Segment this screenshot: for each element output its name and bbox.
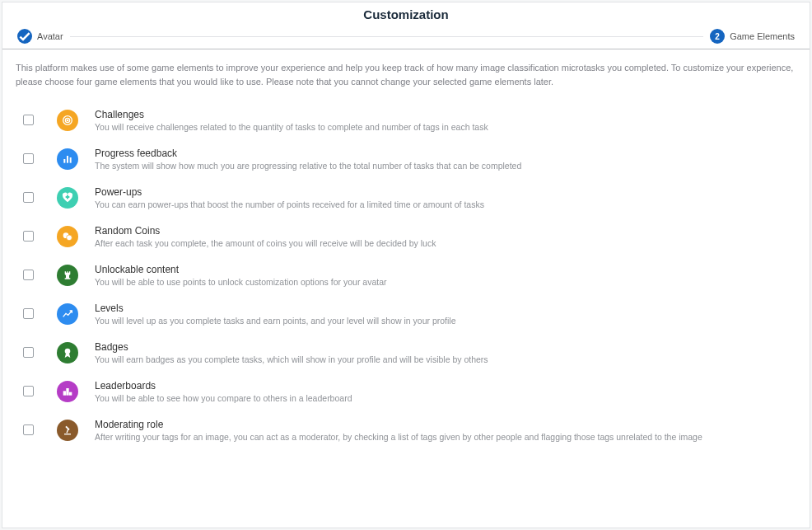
- svg-rect-5: [70, 157, 72, 163]
- checkbox-leaderboards[interactable]: [23, 386, 34, 396]
- item-unlockable: Unlockable content You will be able to u…: [16, 256, 796, 294]
- item-leaderboards: Leaderboards You will be able to see how…: [16, 372, 796, 410]
- step-connector: [70, 36, 704, 37]
- step-game-elements-label: Game Elements: [730, 31, 795, 41]
- item-powerups: Power-ups You can earn power-ups that bo…: [16, 178, 796, 217]
- item-title: Badges: [95, 341, 488, 353]
- checkbox-badges[interactable]: [23, 347, 34, 358]
- rook-icon: [57, 265, 78, 286]
- chart-line-icon: [57, 303, 78, 325]
- item-desc: You will be able to use points to unlock…: [95, 277, 386, 287]
- item-desc: The system will show how much you are pr…: [95, 161, 521, 171]
- item-title: Challenges: [95, 109, 488, 120]
- heart-plus-icon: [57, 187, 78, 209]
- item-title: Moderating role: [95, 419, 702, 430]
- svg-rect-14: [66, 429, 68, 433]
- step-avatar-label: Avatar: [37, 31, 63, 41]
- check-icon: [17, 29, 32, 44]
- item-desc: You will receive challenges related to t…: [95, 122, 488, 132]
- item-title: Power-ups: [95, 186, 484, 198]
- coins-icon: [57, 226, 78, 247]
- stepper: Avatar 2 Game Elements: [2, 29, 810, 49]
- item-title: Progress feedback: [95, 148, 521, 159]
- svg-point-9: [67, 235, 72, 241]
- item-moderating: Moderating role After writing your tags …: [16, 410, 796, 449]
- item-desc: After each task you complete, the amount…: [95, 238, 436, 248]
- svg-rect-12: [63, 391, 66, 395]
- page-title: Customization: [363, 7, 448, 21]
- intro-text: This platform makes use of some game ele…: [2, 49, 810, 97]
- checkbox-challenges[interactable]: [23, 115, 34, 125]
- svg-rect-13: [69, 392, 72, 395]
- ribbon-icon: [57, 342, 78, 363]
- item-title: Unlockable content: [95, 264, 386, 275]
- item-title: Leaderboards: [95, 380, 352, 392]
- checkbox-unlockable[interactable]: [23, 270, 34, 280]
- item-challenges: Challenges You will receive challenges r…: [16, 101, 796, 139]
- svg-rect-11: [66, 388, 68, 396]
- svg-rect-4: [67, 156, 68, 163]
- item-desc: You can earn power-ups that boost the nu…: [95, 199, 484, 209]
- checkbox-powerups[interactable]: [23, 192, 34, 203]
- target-icon: [57, 110, 78, 131]
- svg-point-10: [65, 348, 71, 354]
- bar-chart-icon: [57, 148, 78, 170]
- step-game-elements[interactable]: 2 Game Elements: [710, 29, 795, 44]
- customization-panel: Customization Avatar 2 Game Elements Thi…: [2, 2, 810, 528]
- step-avatar[interactable]: Avatar: [17, 29, 63, 44]
- step-2-badge: 2: [710, 29, 725, 44]
- svg-rect-3: [63, 159, 65, 163]
- svg-point-2: [67, 120, 68, 120]
- item-levels: Levels You will level up as you complete…: [16, 294, 796, 333]
- item-desc: You will level up as you complete tasks …: [95, 316, 456, 326]
- svg-rect-7: [66, 196, 70, 198]
- checkbox-progress[interactable]: [23, 153, 34, 164]
- game-element-list: Challenges You will receive challenges r…: [2, 97, 810, 449]
- title-bar: Customization: [2, 2, 810, 29]
- checkbox-moderating[interactable]: [23, 424, 34, 435]
- item-title: Random Coins: [95, 225, 436, 237]
- item-desc: You will earn badges as you complete tas…: [95, 354, 488, 364]
- checkbox-randomcoins[interactable]: [23, 231, 34, 242]
- item-progress: Progress feedback The system will show h…: [16, 139, 796, 178]
- item-badges: Badges You will earn badges as you compl…: [16, 333, 796, 372]
- checkbox-levels[interactable]: [23, 308, 34, 319]
- item-randomcoins: Random Coins After each task you complet…: [16, 217, 796, 256]
- gavel-icon: [57, 420, 78, 441]
- podium-icon: [57, 381, 78, 402]
- item-desc: You will be able to see how you compare …: [95, 393, 352, 403]
- item-desc: After writing your tags for an image, yo…: [95, 432, 702, 442]
- item-title: Levels: [95, 303, 456, 314]
